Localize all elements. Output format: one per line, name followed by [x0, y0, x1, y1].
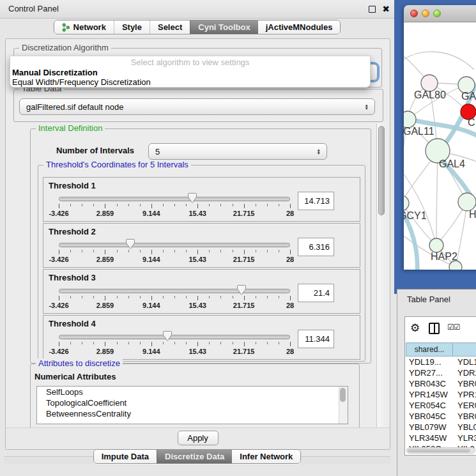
tick-mark — [117, 204, 118, 206]
tick-mark — [186, 296, 187, 298]
zoom-traffic-icon[interactable] — [433, 10, 441, 17]
network-node-partial[interactable] — [449, 261, 462, 270]
attribute-item-selfloops[interactable]: SelfLoops — [37, 387, 348, 397]
tick-mark — [105, 204, 105, 208]
table-row[interactable]: YBR043CYBR0 — [406, 378, 476, 389]
slider-thumb[interactable] — [162, 330, 173, 342]
threshold-1-slider[interactable]: -3.4262.8599.14415.4321.71528 — [43, 190, 296, 221]
table-row[interactable]: YLR345WYLR3 — [406, 433, 476, 443]
tick-mark — [128, 204, 129, 206]
tick-mark — [186, 342, 187, 344]
threshold-4-slider[interactable]: -3.4262.8599.14415.4321.71528 — [43, 328, 296, 359]
tab-select[interactable]: Select — [150, 20, 190, 34]
cell-shared-name: YPR145W — [406, 389, 453, 400]
table-row[interactable]: YPR145WYPR1 — [406, 389, 476, 400]
scrollbar-thumb[interactable] — [408, 449, 470, 452]
tab-style[interactable]: Style — [114, 20, 150, 34]
main-vertical-scrollbar[interactable] — [376, 123, 387, 427]
cell-shared-name: YBR043C — [406, 378, 453, 389]
cell-name: YBL0 — [453, 422, 476, 433]
attribute-item-betweennesscentrality[interactable]: BetweennessCentrality — [37, 408, 348, 419]
panel-title: Control Panel — [8, 0, 59, 18]
table-row[interactable]: YER054CYER0 — [406, 400, 476, 411]
column-header-name[interactable]: n — [453, 342, 476, 357]
slider-track[interactable] — [59, 243, 290, 247]
close-traffic-icon[interactable] — [410, 10, 418, 17]
table-row[interactable]: YBR045CYBR0 — [406, 411, 476, 422]
tick-mark — [163, 250, 164, 252]
network-canvas[interactable]: GAL80GACGAL11GAL4GCY1HHAP2 — [404, 22, 476, 270]
threshold-4-value-field[interactable]: 11.344 — [298, 330, 334, 348]
network-node-H[interactable] — [458, 193, 476, 211]
tick-mark — [174, 342, 175, 344]
attributes-to-discretize-group: Attributes to discretize Numerical Attri… — [30, 364, 360, 427]
select-columns-icon[interactable]: ☑☑ — [447, 323, 460, 332]
minimize-traffic-icon[interactable] — [422, 10, 429, 17]
slider-thumb[interactable] — [236, 284, 247, 296]
tick-mark — [279, 296, 279, 298]
tab-jactivemnodules[interactable]: jActiveMNodules — [258, 20, 341, 34]
threshold-3-slider[interactable]: -3.4262.8599.14415.4321.71528 — [43, 282, 296, 313]
attribute-item-topologicalcoefficient[interactable]: TopologicalCoefficient — [37, 397, 348, 408]
tick-mark — [256, 250, 256, 252]
threshold-1-value-field[interactable]: 14.713 — [298, 192, 334, 210]
gear-icon[interactable]: ⚙ — [410, 321, 420, 335]
network-node-GCY1[interactable] — [404, 196, 409, 211]
tab-infer-network[interactable]: Infer Network — [232, 450, 300, 463]
settings-scroll-region: Interval Definition Number of Intervals … — [8, 123, 387, 427]
slider-track[interactable] — [59, 289, 290, 293]
close-icon[interactable]: ✖ — [382, 3, 390, 15]
tick-mark — [128, 250, 129, 252]
scrollbar-thumb[interactable] — [340, 388, 346, 402]
tick-mark — [209, 204, 210, 206]
tick-mark — [140, 342, 141, 344]
tick-mark — [70, 204, 71, 206]
tab-impute-data[interactable]: Impute Data — [94, 450, 157, 463]
slider-track[interactable] — [59, 335, 290, 339]
table-row[interactable]: YDL19...YDL1 — [406, 357, 476, 367]
tab-discretize-data[interactable]: Discretize Data — [157, 450, 232, 463]
network-edge[interactable] — [404, 169, 436, 245]
tick-mark — [163, 204, 164, 206]
network-edge[interactable] — [436, 151, 438, 245]
tick-mark — [128, 342, 129, 344]
slider-track[interactable] — [59, 197, 290, 201]
cell-name: YPR1 — [453, 389, 476, 400]
threshold-2-value-field[interactable]: 6.316 — [298, 238, 334, 256]
table-data-combobox[interactable]: galFiltered.sif default node ▲▼ — [19, 98, 375, 115]
network-node-HAP2[interactable] — [429, 238, 443, 252]
popup-item-manual-discretization[interactable]: Manual Discretization — [10, 68, 370, 77]
slider-thumb[interactable] — [187, 192, 197, 204]
column-layout-icon[interactable] — [429, 323, 440, 334]
apply-button[interactable]: Apply — [178, 431, 219, 445]
tick-mark — [117, 250, 118, 252]
network-window-titlebar[interactable] — [404, 5, 476, 22]
tab-network[interactable]: Network — [54, 20, 114, 34]
attributes-list-scrollbar[interactable] — [339, 387, 348, 424]
network-edge[interactable] — [404, 52, 474, 70]
table-row[interactable]: YBL079WYBL0 — [406, 422, 476, 433]
tick-mark — [233, 296, 233, 298]
tick-mark — [174, 250, 175, 252]
slider-thumb[interactable] — [125, 238, 135, 250]
threshold-3-value-field[interactable]: 21.4 — [298, 284, 334, 302]
cell-shared-name: YER054C — [406, 400, 453, 411]
tick-mark — [70, 250, 71, 252]
float-window-icon[interactable] — [369, 6, 376, 13]
cell-shared-name: YBR045C — [406, 411, 453, 422]
tick-mark — [59, 342, 59, 346]
tick-mark — [186, 250, 187, 252]
threshold-4-label: Threshold 4 — [49, 319, 96, 328]
tick-mark — [140, 250, 141, 252]
threshold-2-slider[interactable]: -3.4262.8599.14415.4321.71528 — [43, 236, 296, 267]
number-of-intervals-combobox[interactable]: 5 ▲▼ — [148, 143, 327, 160]
top-tab-bar: Network Style Select Cyni Toolbox jActiv… — [0, 20, 394, 35]
scrollbar-thumb[interactable] — [378, 126, 385, 215]
tick-mark — [186, 204, 187, 206]
table-horizontal-scrollbar[interactable] — [406, 447, 475, 454]
tick-label: 15.43 — [188, 256, 206, 263]
column-header-shared-name[interactable]: shared... — [406, 342, 453, 357]
popup-item-equal-width-frequency[interactable]: Equal Width/Frequency Discretization — [10, 77, 370, 87]
tab-cyni-toolbox[interactable]: Cyni Toolbox — [190, 20, 257, 34]
table-row[interactable]: YDR27...YDR2 — [406, 367, 476, 378]
